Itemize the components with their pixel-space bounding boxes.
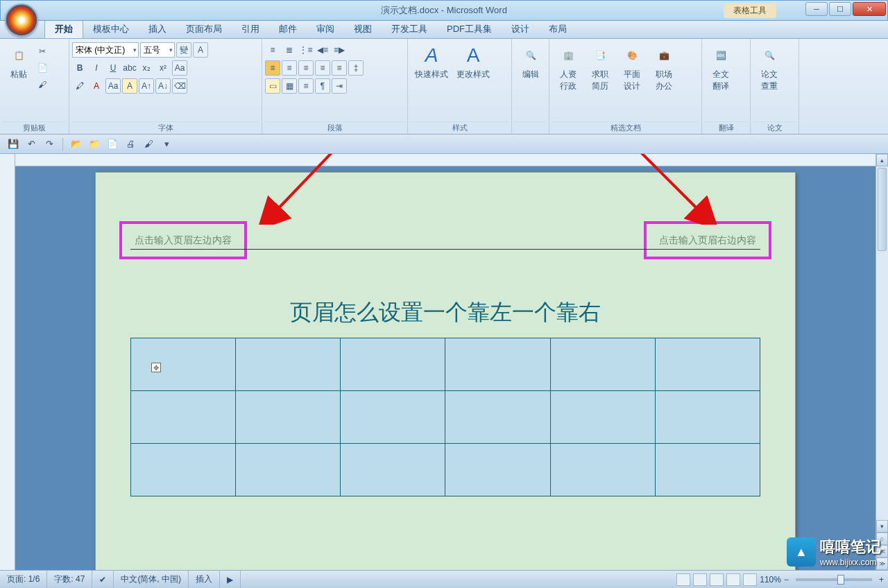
tab-templates[interactable]: 模板中心	[83, 20, 139, 38]
multilevel-button[interactable]: ⋮≡	[298, 42, 314, 58]
scroll-thumb[interactable]	[878, 168, 887, 251]
clear-format-button[interactable]: ⌫	[172, 78, 187, 94]
pinyin-button[interactable]: 變	[176, 42, 191, 58]
editing-button[interactable]: 🔍 编辑	[515, 41, 547, 83]
change-styles-button[interactable]: A 更改样式	[452, 41, 494, 83]
tab-pdf[interactable]: PDF工具集	[437, 20, 502, 38]
sort-button[interactable]: ≡	[298, 78, 314, 94]
line-spacing-button[interactable]: ‡	[348, 60, 364, 76]
scroll-up-button[interactable]: ▴	[876, 154, 888, 166]
translate-button[interactable]: 🔤全文 翻译	[705, 41, 737, 95]
status-mode[interactable]: 插入	[189, 571, 220, 588]
scroll-down-button[interactable]: ▾	[876, 520, 888, 533]
office-button[interactable]	[5, 3, 38, 37]
highlight-button[interactable]: 🖍	[72, 78, 87, 94]
web-view[interactable]	[710, 573, 724, 586]
close-button[interactable]: ✕	[853, 2, 886, 16]
document-scroll[interactable]: 点击输入页眉左边内容 点击输入页眉右边内容 页眉怎么设置一个靠左一个靠右 ✥	[15, 154, 876, 570]
document-table[interactable]	[130, 338, 760, 496]
header-right-placeholder[interactable]: 点击输入页眉右边内容	[659, 234, 756, 245]
table-move-handle[interactable]: ✥	[151, 363, 161, 372]
char-border-button[interactable]: A	[193, 42, 208, 58]
tab-table-layout[interactable]: 布局	[539, 20, 577, 38]
subscript-button[interactable]: x₂	[139, 60, 154, 76]
redo-button[interactable]: ↷	[42, 137, 57, 151]
zoom-level[interactable]: 110%	[760, 575, 781, 585]
hr-admin-button[interactable]: 🏢人资 行政	[552, 41, 584, 95]
tab-mailings[interactable]: 邮件	[269, 20, 307, 38]
zoom-in-button[interactable]: +	[879, 575, 884, 585]
quick-styles-button[interactable]: A 快速样式	[411, 41, 452, 83]
italic-button[interactable]: I	[89, 60, 104, 76]
maximize-button[interactable]: ☐	[829, 2, 851, 16]
bold-button[interactable]: B	[72, 60, 87, 76]
zoom-out-button[interactable]: −	[784, 575, 789, 585]
watermark-url: www.bijixx.com	[820, 557, 881, 567]
increase-indent-button[interactable]: ≡▶	[332, 42, 347, 58]
underline-button[interactable]: U	[105, 60, 121, 76]
tabs-button[interactable]: ⇥	[332, 78, 347, 94]
justify-button[interactable]: ≡	[315, 60, 330, 76]
status-language[interactable]: 中文(简体, 中国)	[114, 571, 189, 588]
print-button[interactable]: 🖨	[123, 137, 138, 151]
tab-home[interactable]: 开始	[44, 19, 83, 38]
decrease-indent-button[interactable]: ◀≡	[315, 42, 330, 58]
status-proof[interactable]: ✔	[92, 571, 114, 588]
shrink-font-button[interactable]: A↓	[155, 78, 171, 94]
header-left-placeholder[interactable]: 点击输入页眉左边内容	[135, 234, 232, 245]
show-marks-button[interactable]: ¶	[315, 78, 330, 94]
enclose-char-button[interactable]: A	[122, 78, 137, 94]
strikethrough-button[interactable]: abc	[122, 60, 137, 76]
format-painter-button[interactable]: 🖌	[35, 77, 50, 92]
print-layout-view[interactable]	[676, 573, 690, 586]
folder-button[interactable]: 📁	[87, 137, 102, 151]
vertical-ruler[interactable]	[0, 154, 15, 570]
borders-button[interactable]: ▦	[282, 78, 297, 94]
status-words[interactable]: 字数: 47	[47, 571, 92, 588]
font-size-combo[interactable]: 五号	[140, 42, 175, 58]
tab-review[interactable]: 审阅	[307, 20, 344, 38]
draft-view[interactable]	[743, 573, 757, 586]
thesis-check-button[interactable]: 🔍论文 查重	[753, 41, 785, 95]
zoom-slider[interactable]	[796, 578, 872, 581]
fullscreen-view[interactable]	[693, 573, 707, 586]
paste-button[interactable]: 📋 粘贴	[3, 41, 35, 83]
numbering-button[interactable]: ≣	[282, 42, 297, 58]
char-shading-button[interactable]: Aa	[105, 78, 121, 94]
vertical-scrollbar[interactable]: ▴ ▾ ○ ≪ ≫	[876, 154, 888, 570]
brush-button[interactable]: 🖌	[141, 137, 156, 151]
copy-button[interactable]: 📄	[35, 60, 50, 76]
status-macro[interactable]: ▶	[220, 571, 241, 588]
distributed-button[interactable]: ≡	[332, 60, 347, 76]
minimize-button[interactable]: ─	[805, 2, 828, 16]
tab-developer[interactable]: 开发工具	[382, 20, 437, 38]
tab-design[interactable]: 设计	[502, 20, 539, 38]
superscript-button[interactable]: x²	[155, 60, 171, 76]
font-color-button[interactable]: A	[89, 78, 104, 94]
align-right-button[interactable]: ≡	[298, 60, 314, 76]
tab-references[interactable]: 引用	[232, 20, 269, 38]
change-case-button[interactable]: Aa	[172, 60, 187, 76]
outline-view[interactable]	[726, 573, 740, 586]
document-title[interactable]: 页眉怎么设置一个靠左一个靠右	[130, 297, 760, 328]
align-center-button[interactable]: ≡	[282, 60, 297, 76]
resume-button[interactable]: 📑求职 简历	[584, 41, 616, 95]
more-button[interactable]: ▾	[159, 137, 174, 151]
tab-view[interactable]: 视图	[344, 20, 382, 38]
tab-insert[interactable]: 插入	[139, 20, 176, 38]
graphic-design-button[interactable]: 🎨平面 设计	[616, 41, 648, 95]
open-button[interactable]: 📂	[69, 137, 84, 151]
new-button[interactable]: 📄	[105, 137, 120, 151]
office-button2[interactable]: 💼职场 办公	[648, 41, 680, 95]
save-button[interactable]: 💾	[6, 137, 21, 151]
font-name-combo[interactable]: 宋体 (中文正)	[72, 42, 139, 58]
cut-button[interactable]: ✂	[35, 44, 50, 59]
align-left-button[interactable]: ≡	[265, 60, 280, 76]
status-page[interactable]: 页面: 1/6	[0, 571, 47, 588]
tab-layout[interactable]: 页面布局	[176, 20, 232, 38]
undo-button[interactable]: ↶	[24, 137, 39, 151]
page[interactable]: 点击输入页眉左边内容 点击输入页眉右边内容 页眉怎么设置一个靠左一个靠右 ✥	[95, 172, 796, 570]
shading-button[interactable]: ▭	[265, 78, 280, 94]
grow-font-button[interactable]: A↑	[139, 78, 154, 94]
bullets-button[interactable]: ≡	[265, 42, 280, 58]
